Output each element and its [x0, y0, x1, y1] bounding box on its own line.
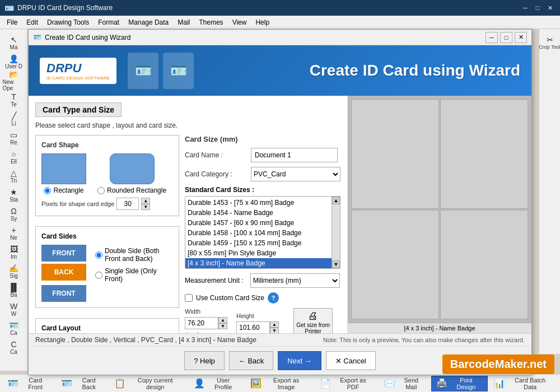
- wizard-close[interactable]: ✕: [515, 32, 527, 43]
- toolbar-card-batch[interactable]: 📊 Card Batch Data: [489, 376, 558, 391]
- toolbar-copy-design[interactable]: 📋 Copy current design: [109, 376, 188, 391]
- copy-design-label: Copy current design: [128, 377, 183, 390]
- get-size-label: Get size from Printer: [294, 322, 332, 334]
- width-spin-down[interactable]: ▼: [218, 323, 227, 329]
- double-side-option[interactable]: Double Side (Both Front and Back): [95, 247, 173, 263]
- header-icon-1: 🪪: [128, 53, 158, 89]
- right-sidebar: ✂Crop Tool: [539, 29, 560, 354]
- get-size-btn[interactable]: 🖨 Get size from Printer: [293, 308, 333, 333]
- send-mail-label: Send Mail: [398, 377, 425, 390]
- custom-size-checkbox[interactable]: [185, 294, 193, 302]
- menu-help[interactable]: Help: [251, 17, 274, 27]
- front-button-2[interactable]: FRONT: [41, 285, 86, 302]
- tool-barcode[interactable]: ▐▌Ba: [2, 281, 26, 299]
- toolbar-card-front[interactable]: 🪪 Card Front: [2, 376, 55, 391]
- tool-ellipse[interactable]: ○Ell: [2, 148, 26, 166]
- sizes-listbox[interactable]: Durable 1455 - [90 x 54 mm] BadgeDurable…: [185, 196, 340, 269]
- export-pdf-icon: 📄: [320, 378, 331, 389]
- card-front-icon: 🪪: [7, 378, 18, 389]
- preview-label: [4 x 3 inch] - Name Badge: [348, 323, 531, 333]
- width-label: Width: [185, 308, 227, 315]
- tool-line[interactable]: ╱Li: [2, 110, 26, 128]
- tool-c[interactable]: CCa: [2, 338, 26, 356]
- tool-sign[interactable]: ✍Sig: [2, 262, 26, 280]
- pixel-spin-up[interactable]: ▲: [141, 198, 150, 204]
- cancel-button[interactable]: ✕ Cancel: [326, 351, 376, 370]
- tool-user[interactable]: 👤User D: [2, 53, 26, 71]
- menu-themes[interactable]: Themes: [194, 17, 227, 27]
- help-icon[interactable]: ?: [268, 292, 279, 304]
- close-button[interactable]: ✕: [544, 2, 556, 13]
- printer-icon: 🖨: [308, 310, 318, 322]
- width-spin-up[interactable]: ▲: [218, 317, 227, 323]
- toolbar-send-mail[interactable]: ✉️ Send Mail: [379, 376, 430, 391]
- single-side-option[interactable]: Single Side (Only Front): [95, 267, 173, 283]
- tool-new[interactable]: +Ne: [2, 224, 26, 242]
- wizard-titlebar: 🪪 Create ID Card using Wizard ─ □ ✕: [29, 30, 531, 45]
- shape-rect-radio[interactable]: [44, 187, 51, 194]
- front-button[interactable]: FRONT: [41, 245, 86, 262]
- menu-file[interactable]: File: [2, 17, 22, 27]
- wizard-maximize[interactable]: □: [500, 32, 512, 43]
- back-button[interactable]: ← Back: [229, 351, 274, 370]
- print-design-icon: 🖨️: [436, 378, 447, 389]
- card-back-label: Card Back: [74, 377, 103, 390]
- minimize-button[interactable]: ─: [520, 2, 531, 13]
- measure-select[interactable]: Milimeters (mm) Inches (in) Pixels (px): [250, 273, 340, 288]
- height-spin-down[interactable]: ▼: [270, 328, 279, 333]
- height-input[interactable]: [236, 321, 270, 333]
- toolbar-export-image[interactable]: 🖼️ Export as Image: [245, 376, 314, 391]
- double-side-label: Double Side (Both Front and Back): [105, 247, 173, 263]
- pixel-spin-down[interactable]: ▼: [141, 204, 150, 210]
- height-spin-up[interactable]: ▲: [270, 321, 279, 328]
- export-image-icon: 🖼️: [250, 378, 262, 389]
- shape-rounded-label[interactable]: Rounded Rectangle: [97, 186, 166, 194]
- toolbar-card-back[interactable]: 🪪 Card Back: [56, 376, 108, 391]
- card-layout-title: Card Layout: [41, 324, 173, 332]
- menu-manage-data[interactable]: Manage Data: [124, 17, 173, 27]
- tool-card[interactable]: 🪪Ca: [2, 319, 26, 337]
- pixel-edge-input[interactable]: [116, 198, 139, 210]
- tool-text[interactable]: TTe: [2, 91, 26, 109]
- tool-w[interactable]: WW: [2, 300, 26, 318]
- tool-open[interactable]: 📂New Ope: [2, 72, 26, 90]
- scroll-up[interactable]: ▲: [332, 197, 340, 204]
- double-side-radio[interactable]: [95, 251, 102, 259]
- toolbar-export-pdf[interactable]: 📄 Export as PDF: [315, 376, 378, 391]
- height-spinners: ▲ ▼: [270, 321, 279, 333]
- back-button[interactable]: BACK: [41, 264, 86, 281]
- help-button[interactable]: ? Help: [184, 351, 225, 370]
- scroll-down[interactable]: ▼: [332, 260, 340, 268]
- card-name-input[interactable]: [251, 148, 338, 162]
- maximize-button[interactable]: □: [532, 2, 543, 13]
- shape-rounded-radio[interactable]: [97, 187, 105, 194]
- tool-triangle[interactable]: △Tri: [2, 167, 26, 185]
- shape-rect-text: Rectangle: [53, 186, 83, 194]
- width-group: Width ▲ ▼ (mm): [185, 308, 227, 333]
- next-button[interactable]: Next →: [278, 351, 321, 370]
- wizard-header: DRPU ID Card Design Software 🪪 🪪 Create …: [29, 45, 531, 96]
- menu-edit[interactable]: Edit: [22, 17, 43, 27]
- tool-select[interactable]: ↖Ma: [2, 34, 26, 52]
- shape-rect-label[interactable]: Rectangle: [44, 186, 83, 194]
- toolbar-print-design[interactable]: 🖨️ Print Design: [431, 376, 488, 391]
- tool-crop[interactable]: ✂Crop Tool: [538, 34, 561, 52]
- menu-mail[interactable]: Mail: [173, 17, 194, 27]
- card-category-select[interactable]: PVC_Card Paper_Card Plastic_Card: [251, 167, 340, 181]
- menu-format[interactable]: Format: [94, 17, 124, 27]
- logo-text: DRPU: [46, 61, 110, 76]
- tool-image[interactable]: 🖼Im: [2, 243, 26, 261]
- tool-symbol[interactable]: ΩSy: [2, 205, 26, 223]
- wizard-title: Create ID Card using Wizard: [45, 34, 486, 41]
- app-icon: 🪪: [4, 3, 14, 12]
- tool-rect[interactable]: ▭Re: [2, 129, 26, 147]
- menu-view[interactable]: View: [228, 17, 251, 27]
- tool-star[interactable]: ★Sta: [2, 186, 26, 204]
- single-side-radio[interactable]: [95, 272, 102, 279]
- menu-drawing-tools[interactable]: Drawing Tools: [43, 17, 94, 27]
- width-input[interactable]: [185, 317, 218, 329]
- bottom-toolbar: 🪪 Card Front 🪪 Card Back 📋 Copy current …: [0, 374, 560, 392]
- wizard-minimize[interactable]: ─: [486, 32, 498, 43]
- toolbar-user-profile[interactable]: 👤 User Profile: [189, 376, 244, 391]
- wizard-dialog: 🪪 Create ID Card using Wizard ─ □ ✕ DRPU…: [28, 29, 532, 375]
